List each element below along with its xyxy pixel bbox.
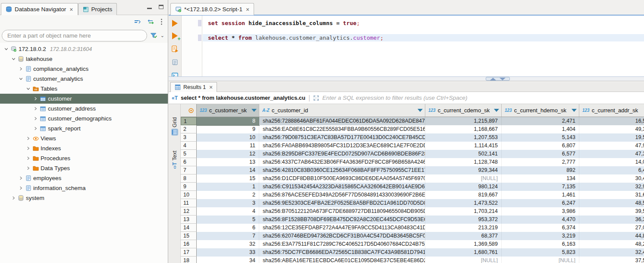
tree-item-spark-report[interactable]: spark_report — [0, 124, 168, 133]
grid-cell[interactable]: sha256:42810C83B0360CE125634F068BAF8FF75… — [259, 166, 425, 174]
row-number-cell[interactable]: 15 — [181, 232, 197, 240]
grid-cell[interactable]: 953,372 — [425, 215, 502, 224]
tree-item-compliance-analytics[interactable]: compliance_analytics — [0, 64, 168, 74]
tree-item-indexes[interactable]: Indexes — [0, 143, 168, 153]
editor-results-splitter[interactable] — [169, 76, 644, 81]
grid-cell[interactable]: 15 — [197, 174, 259, 183]
grid-cell[interactable]: 1,473,522 — [425, 199, 502, 207]
grid-cell[interactable]: 1,680,761 — [425, 248, 502, 257]
row-number-cell[interactable]: 4 — [181, 142, 197, 150]
column-header-c-current-cdemo-sk[interactable]: 123c_current_cdemo_sk — [425, 104, 502, 117]
grid-cell[interactable]: 34 — [197, 257, 259, 263]
grid-cell[interactable]: 7,135 — [502, 183, 579, 191]
grid-cell[interactable]: 6,247 — [502, 199, 579, 207]
grid-cell[interactable]: sha256:4337C7AB6432E3B06FF4A3636FD2F8CC8… — [259, 158, 425, 166]
grid-cell[interactable]: 30,46 — [579, 174, 644, 183]
grid-cell[interactable]: 2,777 — [502, 158, 579, 166]
chevron-right-icon[interactable] — [17, 176, 24, 181]
tree-item-views[interactable]: Views — [0, 133, 168, 143]
explain-plan-icon[interactable] — [171, 58, 179, 66]
tab-grid-view[interactable]: Grid — [169, 106, 180, 137]
grid-cell[interactable]: 5 — [197, 215, 259, 224]
tree-item-data-types[interactable]: Data Types — [0, 163, 168, 173]
grid-cell[interactable]: [NULL] — [425, 257, 502, 263]
close-icon[interactable]: × — [69, 6, 73, 13]
chevron-right-icon[interactable] — [25, 156, 31, 161]
grid-cell[interactable]: 1,168,667 — [425, 125, 502, 133]
grid-cell[interactable]: 47,36 — [579, 150, 644, 158]
collapse-all-icon[interactable] — [134, 19, 141, 25]
execute-new-tab-icon[interactable]: + — [171, 32, 179, 39]
row-number-cell[interactable]: 9 — [181, 183, 197, 191]
maximize-results-icon[interactable] — [499, 78, 506, 80]
chevron-right-icon[interactable] — [25, 166, 31, 171]
chevron-right-icon[interactable] — [32, 96, 39, 101]
grid-cell[interactable]: sha256:C9115342454A2323DA815865CAA326064… — [259, 183, 425, 191]
grid-cell[interactable]: 6,807 — [502, 142, 579, 150]
tab-projects[interactable]: Projects — [78, 3, 117, 15]
grid-cell[interactable]: 1,369,589 — [425, 240, 502, 248]
grid-cell[interactable]: sha256:D1CDF8DBB10F500EA9693C86DE6DEAA05… — [259, 174, 425, 183]
grid-cell[interactable]: 1,703,214 — [425, 207, 502, 215]
execute-script-icon[interactable] — [171, 45, 179, 53]
grid-cell[interactable]: 6,44 — [579, 166, 644, 174]
column-header-c-current-addr-sk[interactable]: 123c_current_addr_sk — [579, 104, 644, 117]
tree-item-172-18-0-2[interactable]: 172.18.0.2172.18.0.2:31604 — [0, 44, 168, 54]
grid-cell[interactable]: 48,57 — [579, 199, 644, 207]
grid-cell[interactable]: 6,577 — [502, 150, 579, 158]
grid-cell[interactable]: 36,36 — [579, 215, 644, 224]
grid-cell[interactable]: 13 — [197, 158, 259, 166]
grid-cell[interactable]: 134 — [502, 174, 579, 183]
link-with-editor-icon[interactable] — [147, 19, 154, 25]
grid-cell[interactable]: 8 — [197, 117, 259, 125]
row-number-cell[interactable]: 14 — [181, 224, 197, 232]
result-query-text[interactable]: select * from lakehouse.customer_analyti… — [181, 95, 305, 101]
grid-cell[interactable]: sha256:B295D8FC337E9E4FECD0725D907ACD6B6… — [259, 150, 425, 158]
grid-cell[interactable]: 12 — [197, 150, 259, 158]
tab-database-navigator[interactable]: Database Navigator × — [1, 3, 78, 15]
sql-filter-placeholder[interactable]: Enter a SQL expression to filter results… — [322, 95, 467, 101]
grid-cell[interactable]: 4 — [197, 207, 259, 215]
column-header-c-customer-id[interactable]: A-Zc_customer_id — [259, 104, 425, 117]
tree-item-tables[interactable]: Tables — [0, 84, 168, 94]
sort-dropdown-icon[interactable] — [494, 109, 499, 112]
grid-cell[interactable]: sha256:FA0ABB6943B98054FC31D12D3E3AEC689… — [259, 142, 425, 150]
execute-statement-icon[interactable] — [171, 20, 179, 27]
grid-cell[interactable]: 14 — [197, 166, 259, 174]
row-number-cell[interactable]: 6 — [181, 158, 197, 166]
grid-cell[interactable]: 213,219 — [425, 224, 502, 232]
splitter-handle[interactable] — [486, 77, 510, 81]
grid-cell[interactable]: sha256:8F1528BB708DF69EB475DC92A8C20EC44… — [259, 215, 425, 224]
tree-item-customer-address[interactable]: customer_address — [0, 104, 168, 114]
row-number-cell[interactable]: 7 — [181, 166, 197, 174]
grid-cell[interactable]: 6,163 — [502, 240, 579, 248]
grid-cell[interactable]: 929,344 — [425, 166, 502, 174]
expand-filter-icon[interactable] — [313, 95, 319, 101]
chevron-right-icon[interactable] — [17, 67, 24, 71]
grid-cell[interactable]: 892 — [502, 166, 579, 174]
row-number-cell[interactable]: 11 — [181, 199, 197, 207]
tree-item-lakehouse[interactable]: lakehouse — [0, 54, 168, 64]
grid-cell[interactable]: 37,50 — [579, 257, 644, 263]
grid-cell[interactable]: 32,94 — [579, 183, 644, 191]
grid-cell[interactable]: 1,215,897 — [425, 117, 502, 125]
grid-cell[interactable]: 6 — [197, 224, 259, 232]
column-header-c-customer-sk[interactable]: 123c_customer_sk — [197, 104, 259, 117]
chevron-right-icon[interactable] — [25, 136, 31, 141]
minimize-icon[interactable] — [147, 8, 152, 9]
tab-sql-script[interactable]: *<172.18.0.2> Script-1 × — [170, 3, 254, 15]
chevron-down-icon[interactable] — [17, 76, 24, 81]
filter-funnel-icon[interactable] — [150, 32, 157, 39]
grid-cell[interactable]: 47,99 — [579, 142, 644, 150]
grid-cell[interactable]: 3 — [197, 199, 259, 207]
grid-cell[interactable]: sha256:EAD8E61C8C22E555834FBBA9B60556CB2… — [259, 125, 425, 133]
grid-cell[interactable]: 819,667 — [425, 191, 502, 199]
tree-item-customer[interactable]: customer — [0, 94, 168, 104]
chevron-right-icon[interactable] — [32, 126, 39, 131]
grid-cell[interactable]: 7 — [197, 232, 259, 240]
close-icon[interactable]: × — [246, 6, 249, 13]
tree-item-customer-demographics[interactable]: customer_demographics — [0, 114, 168, 124]
row-number-cell[interactable]: 3 — [181, 133, 197, 142]
grid-corner-cell[interactable] — [181, 104, 197, 117]
grid-cell[interactable]: 6,374 — [502, 224, 579, 232]
